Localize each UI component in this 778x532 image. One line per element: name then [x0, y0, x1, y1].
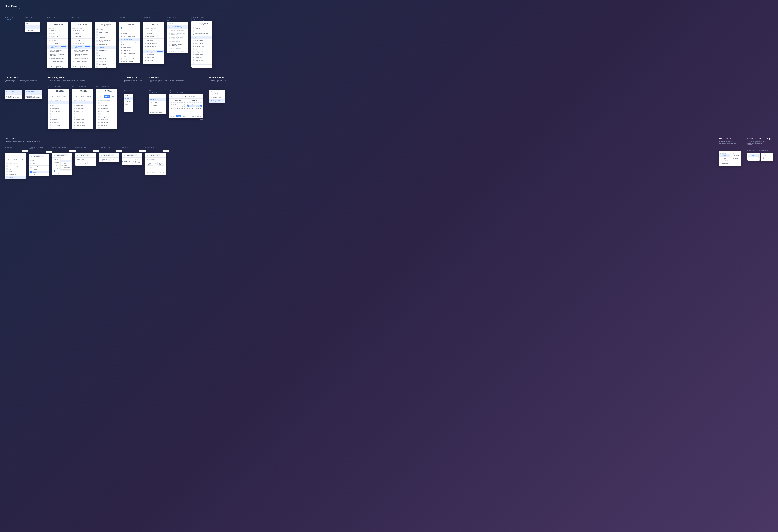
list-item[interactable]: #Viewport Height [48, 126, 69, 129]
list-item[interactable]: ADevice type [48, 107, 69, 110]
list-item[interactable]: ⬡[Autotrack] iOS 10 report [71, 65, 92, 68]
back-icon[interactable]: ← [193, 23, 194, 25]
filter-search[interactable] [52, 150, 69, 152]
back-icon[interactable]: ← [170, 95, 172, 97]
list-item[interactable]: AEmail address [72, 107, 93, 110]
time-current[interactable]: Last 96 hours [149, 92, 166, 93]
back-icon[interactable]: ← [50, 90, 51, 92]
list-item[interactable]: ⬡[AT] Uber OH [71, 63, 92, 65]
browser-option[interactable]: Chrome [29, 168, 49, 171]
list-item[interactable]: ⬡[Autotrack] iOS10 report [47, 57, 68, 60]
properties-badge[interactable]: Properties [61, 46, 66, 48]
list-item[interactable]: ⬡Custom Events: approve demo mode [167, 32, 188, 36]
list-item[interactable]: #Viewport Height [96, 121, 118, 124]
unit-month[interactable]: MONTH [191, 115, 196, 117]
op-median[interactable]: MEDIAN [124, 103, 133, 106]
list-item[interactable]: ALibrary version [96, 110, 118, 113]
next-month-icon[interactable]: › [202, 100, 202, 101]
back-icon[interactable]: ← [100, 155, 102, 156]
list-item[interactable]: #Viewport Height [95, 66, 116, 68]
list-item[interactable]: ACountry [191, 27, 212, 29]
list-item[interactable]: ⬡[Applications] Application link clicked [47, 53, 68, 57]
list-item[interactable]: ACountry [95, 33, 116, 36]
browser-option[interactable]: ✓Firefox [52, 170, 72, 172]
list-item[interactable]: ☁Humidity [143, 32, 164, 35]
date-to[interactable]: Dec 18, 2016 [157, 162, 164, 166]
list-item[interactable]: ⬡[Applications] Application link clicked [71, 53, 92, 57]
list-item[interactable]: ?Warned [96, 126, 118, 129]
filter-button[interactable]: Filter [93, 150, 99, 152]
list-item[interactable]: #Screen Height [95, 60, 116, 63]
tab-all[interactable]: All [97, 95, 104, 98]
filter-search[interactable] [5, 150, 21, 152]
tab-event[interactable]: Event [56, 95, 62, 98]
time-option[interactable]: Last 12 months [149, 107, 166, 111]
list-item[interactable]: ALibrary Version [95, 49, 116, 52]
type-text[interactable]: AText [61, 158, 71, 160]
back-icon[interactable]: ← [145, 23, 146, 25]
list-item[interactable]: ⬡Notification sent [71, 29, 92, 32]
tab-event[interactable]: Event [104, 95, 110, 98]
op-max[interactable]: MAX [124, 109, 133, 111]
list-item[interactable]: #Viewport Height [72, 121, 93, 124]
list-item[interactable]: ⬡[Admin internal] Revenue analytics view… [47, 49, 68, 53]
list-item[interactable]: APush notification dismissed [167, 50, 188, 53]
filter-value-search[interactable] [32, 163, 48, 164]
list-item[interactable]: ?Warned [72, 126, 93, 129]
next-month-icon[interactable]: › [164, 169, 164, 170]
equals-select[interactable]: EQUALS▾ [29, 159, 49, 162]
op-unique[interactable]: UNIQUE [124, 97, 133, 100]
view-all-link[interactable]: View all non-numeric properties [191, 64, 212, 68]
list-item[interactable]: ⬡All events [71, 39, 92, 42]
back-icon[interactable]: ← [124, 155, 125, 156]
group-by-option[interactable]: GROUP BY A PROPERTY› [25, 90, 42, 95]
back-icon[interactable]: ← [72, 23, 74, 25]
list-item[interactable]: Aalliance [119, 32, 140, 35]
properties-badge[interactable]: Properties [157, 51, 163, 53]
list-item[interactable]: #playpq_command_points_earned [119, 55, 140, 58]
filter-search[interactable] [122, 150, 139, 152]
contains-radio[interactable]: CONTAINS [122, 159, 130, 163]
list-item[interactable]: #Screen height [48, 124, 69, 126]
list-item[interactable]: ☁City geo_longitude [143, 45, 164, 48]
type-list[interactable]: ☰List [61, 162, 71, 164]
date-from[interactable]: Dec 4, 2016 [147, 162, 153, 166]
browser-pill[interactable]: BROWSER ▾ [80, 154, 90, 156]
list-item[interactable]: #Viewport Height [191, 59, 212, 62]
list-item[interactable]: ADevice Pixel Ratio (is it retina?) [95, 39, 116, 43]
events-option[interactable]: EVENTS› [25, 25, 41, 29]
list-item[interactable]: ACity [48, 104, 69, 107]
browser-pill[interactable]: BROWSER ▾ [33, 155, 44, 157]
between-select[interactable]: IS BETWEEN▾ [75, 158, 96, 161]
filter-button[interactable]: Filter [116, 150, 122, 152]
list-item[interactable]: #Duration [191, 36, 212, 39]
time-option[interactable]: Last 96 hours [149, 94, 166, 98]
list-item[interactable]: ACity [119, 43, 140, 46]
list-item[interactable]: ⬡Signup [47, 32, 68, 35]
list-item[interactable]: #Screen width [48, 121, 69, 124]
list-item[interactable]: ⬡Mobile App Cancelled Choose Report [167, 36, 188, 40]
list-item[interactable]: #levels created [119, 46, 140, 49]
list-item[interactable]: ADevice Pixel Ratio (is it retina?) [191, 32, 212, 36]
list-item[interactable]: AMixpanel Library [95, 52, 116, 54]
analysis-rolling[interactable]: 〰Rolling [719, 157, 730, 160]
chart-stacked-line[interactable]: ≋Stacked line [748, 157, 759, 159]
filter-button[interactable]: Filter [46, 151, 52, 153]
filter-button[interactable]: Filter [69, 150, 76, 152]
browser-option[interactable]: ✓Firefox [29, 171, 49, 173]
list-item[interactable]: ALibrary version [72, 110, 93, 113]
list-item[interactable]: ⬡Segmentation queryProperties [47, 45, 68, 49]
unit-hour[interactable]: HOUR [176, 115, 181, 117]
chart-bar[interactable]: ▮Bar [761, 154, 773, 157]
events-input[interactable] [25, 19, 44, 21]
list-item[interactable]: AOperating System [191, 48, 212, 51]
back-icon[interactable]: ← [48, 23, 50, 25]
list-item[interactable]: ⬡[Admin internal] Revenue analytics view… [71, 49, 92, 53]
list-item[interactable]: ☁City geo_latitude [143, 42, 164, 45]
time-option[interactable]: Last quarter [149, 104, 166, 107]
list-item[interactable]: #coins purchased [119, 38, 140, 40]
time-option[interactable]: Last week [149, 98, 166, 101]
not-contains-radio[interactable]: DOES NOT CONTAIN [133, 159, 141, 163]
list-item[interactable]: ⬡[AT] Uber OH [47, 63, 68, 65]
list-item[interactable]: ☁HumidityProperties [143, 51, 164, 53]
